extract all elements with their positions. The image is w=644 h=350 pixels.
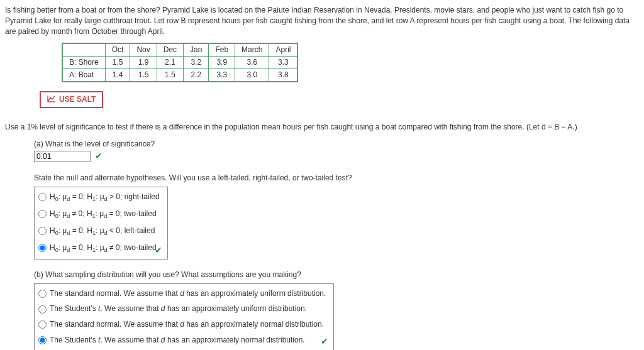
option-label: The Student's t. We assume that d has an… [50, 304, 307, 313]
significance-input[interactable] [34, 151, 91, 162]
option-label: The standard normal. We assume that d ha… [50, 320, 324, 329]
option-row[interactable]: H0: μd = 0; H1: μd > 0; right-tailed [35, 189, 167, 206]
data-cell: 3.0 [235, 68, 269, 81]
option-radio[interactable] [38, 193, 47, 201]
data-cell: 2.2 [184, 68, 209, 81]
option-label: H0: μd = 0; H1: μd ≠ 0; two-tailed [50, 243, 157, 252]
row-label: B: Shore [62, 57, 105, 69]
month-header: Feb [209, 43, 235, 56]
hypothesis-prompt: State the null and alternate hypotheses.… [34, 173, 639, 183]
option-radio[interactable] [38, 336, 47, 344]
month-header: April [269, 43, 298, 56]
option-radio[interactable] [38, 244, 47, 252]
salt-label: USE SALT [59, 95, 96, 104]
option-label: The Student's t. We assume that d has an… [50, 336, 305, 344]
table-row: A: Boat1.41.51.52.23.33.03.8 [62, 68, 297, 81]
month-header: Nov [130, 43, 157, 56]
option-radio[interactable] [38, 227, 47, 235]
part-a-prompt: (a) What is the level of significance? [34, 139, 639, 150]
data-cell: 3.2 [184, 57, 209, 69]
month-header: March [235, 43, 269, 56]
data-cell: 3.3 [209, 68, 235, 81]
data-table: OctNovDecJanFebMarchApril B: Shore1.51.9… [62, 43, 298, 82]
option-row[interactable]: H0: μd = 0; H1: μd < 0; left-tailed [35, 223, 167, 240]
option-label: The standard normal. We assume that d ha… [50, 289, 326, 298]
intro-text: Is fishing better from a boat or from th… [5, 5, 639, 36]
data-cell: 1.9 [130, 57, 157, 69]
option-row[interactable]: The standard normal. We assume that d ha… [35, 317, 333, 332]
option-radio[interactable] [38, 210, 47, 218]
main-question: Use a 1% level of significance to test i… [5, 122, 639, 133]
data-cell: 1.5 [105, 57, 130, 69]
month-header: Dec [157, 43, 183, 56]
data-cell: 1.5 [130, 68, 157, 81]
chart-icon [47, 95, 56, 104]
month-header: Jan [184, 43, 209, 56]
distribution-options: The standard normal. We assume that d ha… [34, 283, 334, 351]
check-icon: ✔ [95, 151, 103, 161]
check-icon: ✔ [155, 244, 162, 257]
option-label: H0: μd ≠ 0; H1: μd = 0; two-tailed [50, 209, 157, 218]
data-cell: 3.9 [209, 57, 235, 69]
option-label: H0: μd = 0; H1: μd > 0; right-tailed [50, 192, 160, 201]
table-row: B: Shore1.51.92.13.23.93.63.3 [62, 57, 297, 69]
row-label: A: Boat [62, 68, 105, 81]
check-icon: ✔ [321, 336, 328, 348]
option-radio[interactable] [38, 305, 47, 314]
data-cell: 3.3 [269, 57, 298, 69]
part-b-prompt: (b) What sampling distribution will you … [34, 270, 639, 280]
data-cell: 3.6 [235, 57, 269, 69]
data-cell: 1.4 [105, 68, 130, 81]
option-radio[interactable] [38, 290, 47, 298]
month-header: Oct [105, 43, 130, 56]
data-cell: 1.5 [157, 68, 183, 81]
option-row[interactable]: The Student's t. We assume that d has an… [35, 332, 333, 348]
use-salt-button[interactable]: USE SALT [40, 91, 103, 108]
option-row[interactable]: H0: μd ≠ 0; H1: μd = 0; two-tailed [35, 206, 167, 223]
option-row[interactable]: H0: μd = 0; H1: μd ≠ 0; two-tailed [35, 240, 167, 257]
option-radio[interactable] [38, 320, 47, 329]
hypothesis-options: H0: μd = 0; H1: μd > 0; right-tailedH0: … [34, 187, 168, 260]
data-cell: 2.1 [157, 57, 183, 69]
option-row[interactable]: The Student's t. We assume that d has an… [35, 301, 333, 317]
data-cell: 3.8 [269, 68, 298, 81]
option-label: H0: μd = 0; H1: μd < 0; left-tailed [50, 226, 155, 235]
option-row[interactable]: The standard normal. We assume that d ha… [35, 286, 333, 302]
